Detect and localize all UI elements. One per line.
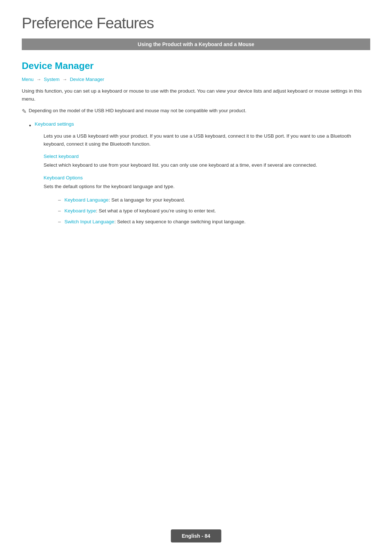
breadcrumb-arrow-1: → — [36, 77, 41, 82]
device-manager-title: Device Manager — [22, 60, 370, 72]
bullet-dot: • — [29, 121, 31, 130]
keyboard-options-heading[interactable]: Keyboard Options — [44, 175, 370, 180]
keyboard-options-section: Keyboard Options Sets the default option… — [44, 175, 370, 225]
keyboard-settings-link[interactable]: Keyboard settings — [35, 121, 74, 127]
keyboard-language-link[interactable]: Keyboard Language — [65, 197, 109, 203]
keyboard-type-text: : Set what a type of keyboard you’re usi… — [96, 208, 216, 214]
keyboard-language-text: : Set a language for your keyboard. — [109, 197, 185, 203]
dash-3: – — [58, 218, 61, 225]
keyboard-type-link[interactable]: Keyboard type — [65, 208, 96, 214]
page-footer: English - 84 — [171, 529, 221, 542]
select-keyboard-heading[interactable]: Select keyboard — [44, 154, 370, 159]
dash-item-switch-input: – Switch Input Language: Select a key se… — [58, 218, 370, 225]
keyboard-settings-section: • Keyboard settings Lets you use a USB k… — [29, 121, 370, 225]
keyboard-settings-text: Lets you use a USB keyboard with your pr… — [44, 132, 370, 148]
keyboard-options-description: Sets the default options for the keyboar… — [44, 183, 370, 191]
breadcrumb: Menu → System → Device Manager — [22, 77, 370, 82]
note-row: ✎ Depending on the model of the USB HID … — [22, 108, 370, 115]
switch-input-language-link[interactable]: Switch Input Language — [65, 219, 114, 224]
note-icon: ✎ — [22, 108, 26, 115]
keyboard-settings-description: Lets you use a USB keyboard with your pr… — [44, 132, 370, 225]
note-text: Depending on the model of the USB HID ke… — [29, 108, 246, 113]
section-header-text: Using the Product with a Keyboard and a … — [138, 41, 254, 47]
dash-item-type: – Keyboard type: Set what a type of keyb… — [58, 207, 370, 215]
switch-input-language-text: : Select a key sequence to change switch… — [114, 219, 246, 224]
dash-1: – — [58, 196, 61, 204]
breadcrumb-arrow-2: → — [62, 77, 67, 82]
dash-2: – — [58, 207, 61, 215]
breadcrumb-menu[interactable]: Menu — [22, 77, 34, 82]
page-container: Preference Features Using the Product wi… — [0, 0, 392, 265]
breadcrumb-system[interactable]: System — [44, 77, 60, 82]
keyboard-settings-bullet: • Keyboard settings — [29, 121, 370, 130]
select-keyboard-description: Select which keyboard to use from your k… — [44, 161, 370, 169]
dash-item-language: – Keyboard Language: Set a language for … — [58, 196, 370, 204]
section-header-bar: Using the Product with a Keyboard and a … — [22, 38, 370, 50]
select-keyboard-section: Select keyboard Select which keyboard to… — [44, 154, 370, 169]
breadcrumb-device-manager[interactable]: Device Manager — [70, 77, 104, 82]
main-description: Using this function, you can set up a ke… — [22, 87, 370, 103]
page-title: Preference Features — [22, 15, 370, 32]
keyboard-options-list: – Keyboard Language: Set a language for … — [58, 196, 370, 226]
